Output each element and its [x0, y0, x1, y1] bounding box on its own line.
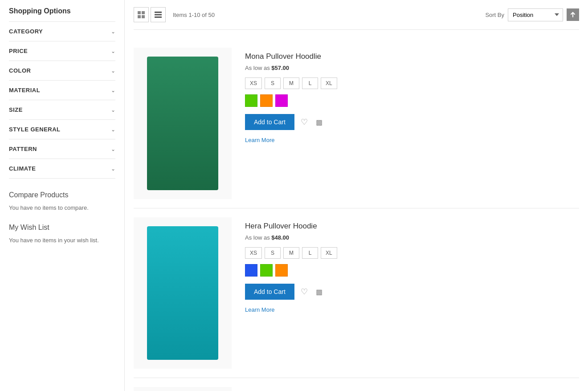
- color-swatches: [245, 264, 579, 277]
- filter-section-price: PRICE⌄: [9, 41, 115, 61]
- color-swatch-2[interactable]: [275, 264, 288, 277]
- product-details-1: Mona Pullover HoodlieAs low as $57.00XSS…: [245, 48, 579, 143]
- svg-rect-0: [138, 11, 141, 14]
- svg-rect-1: [142, 11, 145, 14]
- svg-rect-3: [142, 15, 145, 18]
- wishlist-title: My Wish List: [9, 224, 115, 232]
- main-content: Items 1-10 of 50 Sort By Position Produc…: [125, 0, 588, 391]
- svg-rect-2: [138, 15, 141, 18]
- product-name[interactable]: Mona Pullover Hoodlie: [245, 52, 579, 61]
- size-button-m[interactable]: M: [283, 77, 299, 89]
- product-details-2: Hera Pullover HoodieAs low as $48.00XSSM…: [245, 217, 579, 313]
- sort-select[interactable]: Position Product Name Price: [508, 8, 563, 21]
- product-price-line: As low as $57.00: [245, 65, 579, 71]
- product-details-3: Autumn PullieAs low as $57.00XSSMLXLAdd …: [245, 387, 579, 391]
- add-to-wishlist-button[interactable]: ♡: [299, 285, 310, 298]
- chevron-down-icon: ⌄: [111, 87, 115, 94]
- product-actions: Add to Cart♡▩: [245, 114, 579, 130]
- chevron-down-icon: ⌄: [111, 126, 115, 133]
- size-button-l[interactable]: L: [302, 247, 318, 259]
- svg-rect-4: [155, 12, 162, 13]
- sort-label: Sort By: [485, 12, 504, 18]
- filter-header-climate[interactable]: CLIMATE⌄: [9, 159, 115, 178]
- add-to-cart-button[interactable]: Add to Cart: [245, 114, 294, 130]
- size-options: XSSMLXL: [245, 247, 579, 259]
- filter-section-pattern: PATTERN⌄: [9, 139, 115, 159]
- product-price-line: As low as $48.00: [245, 234, 579, 241]
- items-count: Items 1-10 of 50: [173, 12, 485, 18]
- sort-direction-button[interactable]: [567, 8, 579, 21]
- filter-label-color: COLOR: [9, 67, 31, 74]
- filter-header-category[interactable]: CATEGORY⌄: [9, 22, 115, 41]
- color-swatch-0[interactable]: [245, 94, 257, 107]
- svg-rect-5: [155, 14, 162, 16]
- color-swatch-1[interactable]: [260, 264, 273, 277]
- filter-section-climate: CLIMATE⌄: [9, 159, 115, 179]
- product-actions: Add to Cart♡▩: [245, 284, 579, 300]
- filter-label-climate: CLIMATE: [9, 165, 36, 172]
- filter-header-size[interactable]: SIZE⌄: [9, 100, 115, 119]
- product-image-1[interactable]: [134, 48, 232, 199]
- product-list: Mona Pullover HoodlieAs low as $57.00XSS…: [134, 39, 579, 391]
- filter-header-material[interactable]: MATERIAL⌄: [9, 81, 115, 100]
- grid-view-button[interactable]: [134, 7, 149, 22]
- compare-products-section: Compare Products You have no items to co…: [9, 191, 115, 211]
- filter-section-color: COLOR⌄: [9, 61, 115, 81]
- product-name[interactable]: Hera Pullover Hoodie: [245, 222, 579, 231]
- filter-label-style-general: STYLE GENERAL: [9, 126, 61, 133]
- compare-products-title: Compare Products: [9, 191, 115, 199]
- size-button-xs[interactable]: XS: [245, 247, 262, 259]
- product-price: $57.00: [271, 65, 289, 71]
- size-button-l[interactable]: L: [302, 77, 318, 89]
- filter-header-price[interactable]: PRICE⌄: [9, 41, 115, 61]
- size-button-s[interactable]: S: [265, 247, 281, 259]
- filter-section-size: SIZE⌄: [9, 100, 115, 120]
- chevron-down-icon: ⌄: [111, 48, 115, 54]
- color-swatches: [245, 94, 579, 107]
- size-button-xl[interactable]: XL: [321, 247, 337, 259]
- filter-label-price: PRICE: [9, 48, 28, 54]
- list-view-button[interactable]: [151, 7, 166, 22]
- chevron-down-icon: ⌄: [111, 107, 115, 113]
- toolbar: Items 1-10 of 50 Sort By Position Produc…: [134, 0, 579, 30]
- wishlist-section: My Wish List You have no items in your w…: [9, 224, 115, 244]
- filter-header-pattern[interactable]: PATTERN⌄: [9, 139, 115, 159]
- wishlist-empty-message: You have no items in your wish list.: [9, 237, 115, 244]
- product-price: $48.00: [271, 234, 289, 241]
- chevron-down-icon: ⌄: [111, 29, 115, 35]
- sort-wrapper: Sort By Position Product Name Price: [485, 8, 579, 21]
- size-button-xl[interactable]: XL: [321, 77, 337, 89]
- product-image-3[interactable]: [134, 387, 232, 391]
- filter-header-color[interactable]: COLOR⌄: [9, 61, 115, 80]
- filter-section-style-general: STYLE GENERAL⌄: [9, 120, 115, 139]
- size-button-xs[interactable]: XS: [245, 77, 262, 89]
- compare-empty-message: You have no items to compare.: [9, 204, 115, 211]
- size-button-m[interactable]: M: [283, 247, 299, 259]
- filter-label-pattern: PATTERN: [9, 146, 37, 152]
- product-item: Mona Pullover HoodlieAs low as $57.00XSS…: [134, 39, 579, 208]
- svg-rect-6: [155, 16, 162, 18]
- size-button-s[interactable]: S: [265, 77, 281, 89]
- learn-more-link[interactable]: Learn More: [245, 306, 274, 313]
- filter-header-style-general[interactable]: STYLE GENERAL⌄: [9, 120, 115, 139]
- color-swatch-2[interactable]: [275, 94, 288, 107]
- sidebar: Shopping Options CATEGORY⌄PRICE⌄COLOR⌄MA…: [0, 0, 125, 391]
- filter-section-material: MATERIAL⌄: [9, 81, 115, 100]
- product-image-2[interactable]: [134, 217, 232, 369]
- filter-section-category: CATEGORY⌄: [9, 22, 115, 41]
- add-to-compare-button[interactable]: ▩: [314, 116, 324, 128]
- filter-label-category: CATEGORY: [9, 28, 43, 35]
- learn-more-link[interactable]: Learn More: [245, 137, 274, 143]
- list-icon: [154, 11, 162, 19]
- color-swatch-1[interactable]: [260, 94, 273, 107]
- add-to-wishlist-button[interactable]: ♡: [299, 115, 310, 129]
- size-options: XSSMLXL: [245, 77, 579, 89]
- grid-icon: [137, 11, 145, 19]
- product-item: Autumn PullieAs low as $57.00XSSMLXLAdd …: [134, 378, 579, 391]
- chevron-down-icon: ⌄: [111, 68, 115, 74]
- filter-label-material: MATERIAL: [9, 87, 40, 94]
- color-swatch-0[interactable]: [245, 264, 257, 277]
- add-to-compare-button[interactable]: ▩: [314, 286, 324, 298]
- sidebar-title: Shopping Options: [9, 7, 115, 22]
- add-to-cart-button[interactable]: Add to Cart: [245, 284, 294, 300]
